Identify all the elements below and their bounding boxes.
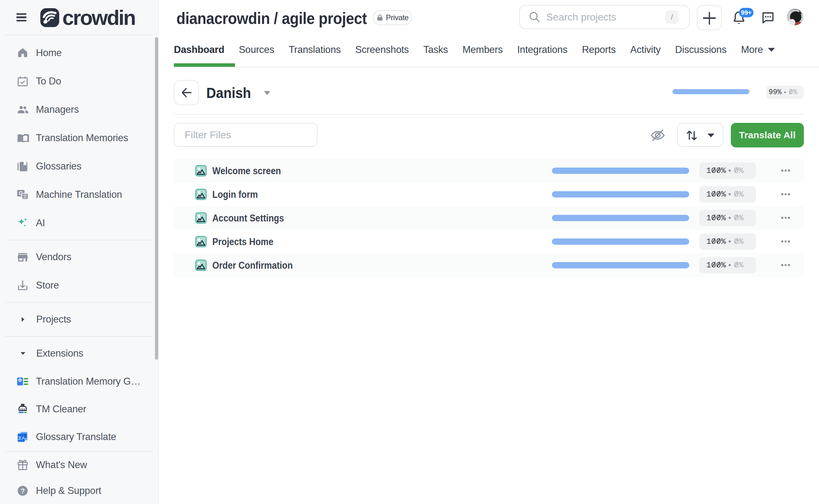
svg-text:文: 文 (23, 194, 28, 199)
svg-text:文A: 文A (18, 436, 25, 440)
svg-text:?: ? (20, 487, 25, 495)
